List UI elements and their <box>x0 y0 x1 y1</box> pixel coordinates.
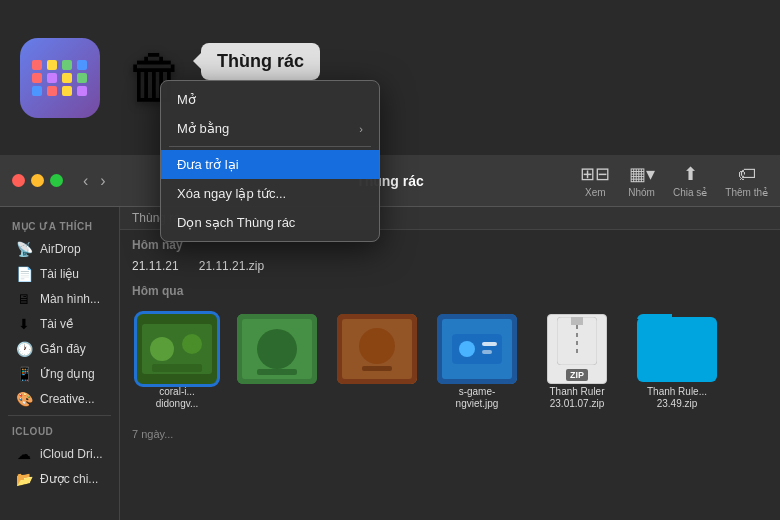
shared-icon: 📂 <box>16 471 32 487</box>
context-menu-open-with-label: Mở bằng <box>177 121 229 136</box>
svg-point-2 <box>150 337 174 361</box>
tag-control[interactable]: 🏷 Thêm thẻ <box>725 164 768 198</box>
svg-rect-4 <box>152 364 202 372</box>
sidebar-downloads-label: Tài về <box>40 317 73 331</box>
downloads-icon: ⬇ <box>16 316 32 332</box>
list-item[interactable] <box>232 310 322 414</box>
tag-label: Thêm thẻ <box>725 187 768 198</box>
documents-icon: 📄 <box>16 266 32 282</box>
context-menu-delete-immediately[interactable]: Xóa ngay lập tức... <box>161 179 379 208</box>
sidebar-item-desktop[interactable]: 🖥 Màn hình... <box>4 287 115 311</box>
nav-buttons: ‹ › <box>79 170 110 192</box>
file-name-6: Thanh Rule...23.49.zip <box>647 386 707 410</box>
sidebar-item-airdrop[interactable]: 📡 AirDrop <box>4 237 115 261</box>
list-item[interactable]: Thanh Rule...23.49.zip <box>632 310 722 414</box>
file-name-4: s-game-ngviet.jpg <box>456 386 499 410</box>
zip-icon: ZIP <box>547 314 607 384</box>
desktop-icon: 🖥 <box>16 291 32 307</box>
context-menu-restore[interactable]: Đưa trở lại <box>161 150 379 179</box>
list-item[interactable]: ZIP Thanh Ruler23.01.07.zip <box>532 310 622 414</box>
sidebar-divider <box>8 415 111 416</box>
creative-icon: 🎨 <box>16 391 32 407</box>
sidebar-airdrop-label: AirDrop <box>40 242 81 256</box>
share-control[interactable]: ⬆ Chia sẻ <box>673 163 707 198</box>
svg-rect-12 <box>362 366 392 371</box>
share-label: Chia sẻ <box>673 187 707 198</box>
share-icon: ⬆ <box>683 163 698 185</box>
svg-rect-18 <box>482 350 492 354</box>
sidebar-item-downloads[interactable]: ⬇ Tài về <box>4 312 115 336</box>
close-button[interactable] <box>12 174 25 187</box>
list-item[interactable]: coral-i...didongv... <box>132 310 222 414</box>
icloud-drive-icon: ☁ <box>16 446 32 462</box>
sidebar-item-recent[interactable]: 🕐 Gần đây <box>4 337 115 361</box>
group-label: Nhóm <box>628 187 655 198</box>
seven-days-section: 7 ngày... <box>120 422 780 446</box>
title-bar: ‹ › Thùng rác ⊞⊟ Xem ▦▾ Nhóm ⬆ Chia sẻ 🏷… <box>0 155 780 207</box>
sidebar-desktop-label: Màn hình... <box>40 292 100 306</box>
window-controls <box>12 174 63 187</box>
context-menu-divider <box>169 146 371 147</box>
file-date-cell: 21.11.21 <box>132 259 179 273</box>
file-name-cell: 21.11.21.zip <box>199 259 264 273</box>
file-name-1: coral-i...didongv... <box>156 386 199 410</box>
context-menu-open[interactable]: Mở <box>161 85 379 114</box>
svg-point-11 <box>359 328 395 364</box>
sidebar-icloud-drive-label: iCloud Dri... <box>40 447 103 461</box>
view-control[interactable]: ⊞⊟ Xem <box>580 163 610 198</box>
context-menu: Mở Mở bằng › Đưa trở lại Xóa ngay lập tứ… <box>160 80 380 242</box>
forward-button[interactable]: › <box>96 170 109 192</box>
tag-icon: 🏷 <box>738 164 756 185</box>
sidebar-applications-label: Ứng dụng <box>40 367 95 381</box>
file-area: Thùng rác Hôm nay 21.11.21 21.11.21.zip … <box>120 207 780 520</box>
main-content: Mục ưa thích 📡 AirDrop 📄 Tài liệu 🖥 Màn … <box>0 207 780 520</box>
context-menu-empty-trash[interactable]: Dọn sạch Thùng rác <box>161 208 379 237</box>
launchpad-icon <box>20 38 100 118</box>
sidebar-item-creative[interactable]: 🎨 Creative... <box>4 387 115 411</box>
table-row[interactable]: 21.11.21 21.11.21.zip <box>120 256 780 276</box>
dock-area: 🗑 Thùng rác <box>0 0 780 155</box>
svg-point-3 <box>182 334 202 354</box>
launchpad-dock-item[interactable] <box>20 38 100 118</box>
svg-point-7 <box>257 329 297 369</box>
sidebar-favorites-label: Mục ưa thích <box>0 215 119 236</box>
applications-icon: 📱 <box>16 366 32 382</box>
yesterday-section-header: Hôm qua <box>120 276 780 302</box>
context-menu-open-with[interactable]: Mở bằng › <box>161 114 379 143</box>
sidebar-creative-label: Creative... <box>40 392 95 406</box>
svg-rect-20 <box>571 317 583 325</box>
minimize-button[interactable] <box>31 174 44 187</box>
sidebar-item-applications[interactable]: 📱 Ứng dụng <box>4 362 115 386</box>
launchpad-dots <box>22 50 99 106</box>
file-name-5: Thanh Ruler23.01.07.zip <box>549 386 604 410</box>
sidebar-item-documents[interactable]: 📄 Tài liệu <box>4 262 115 286</box>
list-item[interactable] <box>332 310 422 414</box>
sidebar-item-shared[interactable]: 📂 Được chi... <box>4 467 115 491</box>
toolbar-right: ⊞⊟ Xem ▦▾ Nhóm ⬆ Chia sẻ 🏷 Thêm thẻ <box>580 163 768 198</box>
file-thumbnail-4 <box>437 314 517 384</box>
sidebar-shared-label: Được chi... <box>40 472 98 486</box>
recent-icon: 🕐 <box>16 341 32 357</box>
view-label: Xem <box>585 187 606 198</box>
finder-window: ‹ › Thùng rác ⊞⊟ Xem ▦▾ Nhóm ⬆ Chia sẻ 🏷… <box>0 155 780 520</box>
svg-rect-17 <box>482 342 497 346</box>
sidebar-documents-label: Tài liệu <box>40 267 79 281</box>
file-thumbnail-2 <box>237 314 317 384</box>
trash-tooltip: Thùng rác <box>201 43 320 80</box>
svg-point-16 <box>459 341 475 357</box>
group-control[interactable]: ▦▾ Nhóm <box>628 163 655 198</box>
submenu-arrow-icon: › <box>359 123 363 135</box>
view-icon: ⊞⊟ <box>580 163 610 185</box>
list-item[interactable]: s-game-ngviet.jpg <box>432 310 522 414</box>
sidebar-icloud-label: iCloud <box>0 420 119 441</box>
airdrop-icon: 📡 <box>16 241 32 257</box>
maximize-button[interactable] <box>50 174 63 187</box>
sidebar: Mục ưa thích 📡 AirDrop 📄 Tài liệu 🖥 Màn … <box>0 207 120 520</box>
file-thumbnail-1 <box>137 314 217 384</box>
folder-icon <box>637 317 717 382</box>
sidebar-item-icloud-drive[interactable]: ☁ iCloud Dri... <box>4 442 115 466</box>
zip-badge: ZIP <box>566 369 588 381</box>
back-button[interactable]: ‹ <box>79 170 92 192</box>
sidebar-recent-label: Gần đây <box>40 342 86 356</box>
group-icon: ▦▾ <box>629 163 655 185</box>
